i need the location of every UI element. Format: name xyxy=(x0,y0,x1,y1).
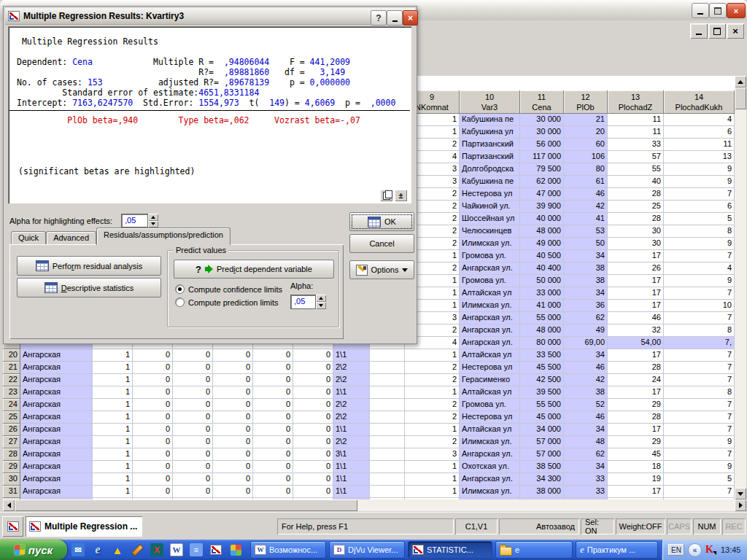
cell-plob[interactable]: 21 xyxy=(564,114,608,126)
cell-plochadkukh[interactable]: 8 xyxy=(664,225,735,238)
cell-dummy[interactable]: 1 xyxy=(93,399,133,411)
cell-dummy[interactable]: 0 xyxy=(213,399,253,411)
cell-cena[interactable]: 55 000 xyxy=(520,312,564,324)
taskbar-button-word[interactable]: WВозможнос... xyxy=(250,541,326,559)
cell-plochadkukh[interactable]: 4 xyxy=(664,262,735,275)
cell-type[interactable]: 1\1 xyxy=(333,386,370,399)
cell-type[interactable]: 2\2 xyxy=(333,436,370,448)
cell-cena[interactable]: 48 000 xyxy=(520,324,564,337)
cell-nkomnat[interactable]: 2 xyxy=(405,399,460,411)
horizontal-scroll-thumb[interactable] xyxy=(15,499,357,511)
cell-dummy[interactable]: 0 xyxy=(253,473,293,486)
cell-dummy[interactable]: 0 xyxy=(173,349,213,362)
cell-plochadkukh[interactable]: 9 xyxy=(664,176,735,188)
row-header[interactable]: 26 xyxy=(3,424,20,436)
cell-plob[interactable]: 53 xyxy=(564,225,608,238)
scroll-up-button[interactable] xyxy=(735,76,746,88)
cell-plochadz[interactable]: 17 xyxy=(608,250,664,262)
cell-var3[interactable]: Нестерова ул xyxy=(460,411,520,424)
cell-type[interactable]: 3\1 xyxy=(333,448,370,461)
cell-dummy[interactable]: 0 xyxy=(173,473,213,486)
cell-plochadkukh[interactable]: 7 xyxy=(664,399,735,411)
cell-cena[interactable]: 34 000 xyxy=(520,424,564,436)
analysis-mini-button[interactable] xyxy=(2,516,23,537)
cell-street[interactable]: Ангарская xyxy=(20,374,93,386)
tab-quick[interactable]: Quick xyxy=(11,231,46,245)
cell-plochadkukh[interactable]: 7, xyxy=(664,337,735,349)
cell-street[interactable]: Ангарская xyxy=(20,448,93,461)
cell-dummy[interactable]: 0 xyxy=(213,349,253,362)
cell-empty[interactable] xyxy=(370,411,405,424)
tab-advanced[interactable]: Advanced xyxy=(46,231,96,245)
cell-plob[interactable]: 34 xyxy=(564,424,608,436)
cancel-button[interactable]: Cancel xyxy=(349,234,414,253)
cell-var3[interactable]: Ангарская ул. xyxy=(460,312,520,324)
cell-dummy[interactable]: 0 xyxy=(293,424,333,436)
cell-cena[interactable]: 57 000 xyxy=(520,436,564,448)
cell-dummy[interactable]: 0 xyxy=(173,386,213,399)
cell-dummy[interactable]: 0 xyxy=(293,436,333,448)
selection-status[interactable]: Sel: ON xyxy=(581,518,614,534)
cell-var3[interactable]: Челюскинцев xyxy=(460,225,520,238)
cell-plob[interactable]: 42 xyxy=(564,201,608,213)
row-header[interactable]: 28 xyxy=(3,448,20,461)
office-icon[interactable] xyxy=(228,542,244,558)
cell-dummy[interactable]: 0 xyxy=(173,362,213,374)
cell-dummy[interactable]: 0 xyxy=(213,436,253,448)
cell-cena[interactable]: 45 000 xyxy=(520,411,564,424)
cell-plochadz[interactable]: 25 xyxy=(608,201,664,213)
cell-plochadz[interactable]: 17 xyxy=(608,424,664,436)
cell-plochadz[interactable]: 17 xyxy=(608,287,664,300)
cell-plochadkukh[interactable]: 10 xyxy=(664,300,735,312)
cell-street[interactable]: Ангарская xyxy=(20,349,93,362)
cell-dummy[interactable]: 0 xyxy=(293,473,333,486)
kaspersky-icon[interactable]: K xyxy=(705,544,713,556)
cell-plob[interactable]: 46 xyxy=(564,188,608,201)
spin-up-icon[interactable] xyxy=(316,295,326,302)
vertical-scroll-thumb[interactable] xyxy=(735,88,746,109)
cell-dummy[interactable]: 0 xyxy=(253,436,293,448)
cell-var3[interactable]: Ангарская ул. xyxy=(460,448,520,461)
cell-type[interactable]: 2\2 xyxy=(333,374,370,386)
cell-dummy[interactable]: 0 xyxy=(133,424,173,436)
row-header[interactable]: 22 xyxy=(3,374,20,386)
cell-plochadz[interactable]: 29 xyxy=(608,399,664,411)
cell-cena[interactable]: 49 000 xyxy=(520,238,564,250)
cell-var3[interactable]: Ангарская ул. xyxy=(460,337,520,349)
cell-dummy[interactable]: 1 xyxy=(93,436,133,448)
cell-dummy[interactable]: 0 xyxy=(133,473,173,486)
cell-dummy[interactable]: 0 xyxy=(133,399,173,411)
cell-plob[interactable]: 50 xyxy=(564,238,608,250)
cell-dummy[interactable]: 1 xyxy=(93,424,133,436)
cell-dummy[interactable]: 0 xyxy=(173,448,213,461)
cell-dummy[interactable]: 1 xyxy=(93,448,133,461)
dialog-minimize-button[interactable] xyxy=(387,10,403,26)
analysis-taskbar-button[interactable]: Multiple Regression ... xyxy=(26,516,142,537)
child-close-button[interactable]: × xyxy=(727,23,744,39)
copy-results-button[interactable] xyxy=(380,190,392,201)
cell-var3[interactable]: Ангарская ул. xyxy=(460,324,520,337)
taskbar-button-djvu[interactable]: DDjVu Viewer... xyxy=(329,541,405,559)
cell-plob[interactable]: 49 xyxy=(564,324,608,337)
options-button[interactable]: Options xyxy=(349,260,414,279)
row-header[interactable]: 29 xyxy=(3,461,20,473)
alpha-highlight-input[interactable]: ,05 xyxy=(121,214,148,228)
cell-var3[interactable]: Громова ул. xyxy=(460,250,520,262)
cell-var3[interactable]: Партизанский xyxy=(460,139,520,151)
cell-plob[interactable]: 38 xyxy=(564,262,608,275)
cell-empty[interactable] xyxy=(370,424,405,436)
cell-street[interactable]: Ангарская xyxy=(20,362,93,374)
cell-plob[interactable]: 38 xyxy=(564,275,608,287)
word-icon[interactable]: W xyxy=(169,542,185,558)
taskbar-button-statistica[interactable]: STATISTIC... xyxy=(408,541,492,559)
cell-var3[interactable]: Кабушкина ул xyxy=(460,126,520,139)
cell-nkomnat[interactable]: 2 xyxy=(405,362,460,374)
cell-dummy[interactable]: 0 xyxy=(173,374,213,386)
cell-plochadkukh[interactable]: 9 xyxy=(664,275,735,287)
column-header-var3[interactable]: 10Var3 xyxy=(460,90,520,114)
cell-plob[interactable]: 33 xyxy=(564,473,608,486)
language-indicator[interactable]: EN xyxy=(668,544,684,556)
cell-plochadz[interactable]: 46 xyxy=(608,312,664,324)
cell-plochadz[interactable]: 17 xyxy=(608,275,664,287)
cell-dummy[interactable]: 0 xyxy=(213,411,253,424)
